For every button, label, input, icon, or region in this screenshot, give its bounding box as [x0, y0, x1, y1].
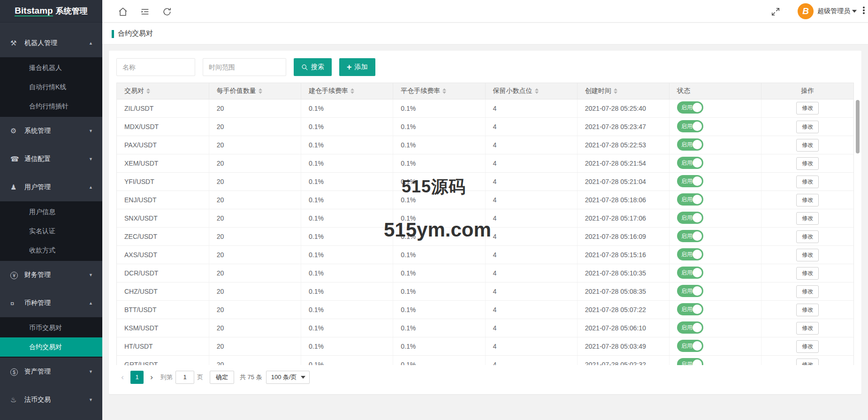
column-header-建仓手续费率[interactable]: 建仓手续费率	[301, 83, 393, 99]
cell-status: 启用	[670, 136, 761, 154]
modify-button[interactable]: 修改	[796, 139, 819, 152]
collapse-menu-icon[interactable]	[140, 7, 150, 17]
sort-icon[interactable]	[614, 88, 617, 94]
search-button[interactable]: 搜索	[294, 58, 332, 76]
modify-button[interactable]: 修改	[796, 285, 819, 298]
status-toggle[interactable]: 启用	[677, 303, 703, 315]
modify-button[interactable]: 修改	[796, 359, 819, 365]
toggle-knob	[693, 122, 702, 131]
next-page-button[interactable]: ›	[145, 371, 158, 384]
modify-button[interactable]: 修改	[796, 194, 819, 206]
sidebar-item-资产管理[interactable]: $资产管理▼	[0, 358, 102, 386]
sidebar-item-系统管理[interactable]: ⚙系统管理▼	[0, 117, 102, 145]
add-button[interactable]: + 添加	[339, 58, 375, 76]
sidebar-item-机器人管理[interactable]: ⚒机器人管理▲	[0, 29, 102, 57]
table-scrollbar[interactable]	[856, 100, 860, 153]
jump-page-input[interactable]	[175, 371, 194, 384]
comm-icon: ☎	[10, 155, 24, 163]
status-toggle[interactable]: 启用	[677, 230, 703, 242]
confirm-button[interactable]: 确定	[210, 371, 234, 384]
status-toggle[interactable]: 启用	[677, 321, 703, 334]
toggle-knob	[693, 103, 702, 112]
refresh-icon[interactable]	[162, 7, 172, 17]
sort-icon[interactable]	[146, 88, 150, 94]
sidebar-item-币种管理[interactable]: ¤币种管理▲	[0, 289, 102, 317]
sort-icon[interactable]	[535, 88, 539, 94]
sidebar-item-财务管理[interactable]: ¥财务管理▼	[0, 261, 102, 289]
status-toggle[interactable]: 启用	[677, 248, 703, 260]
sidebar-item-label: 系统管理	[24, 127, 89, 135]
submenu-用户管理: 用户信息实名认证收款方式	[0, 201, 102, 261]
status-toggle[interactable]: 启用	[677, 267, 703, 279]
table-row: XEM/USDT200.1%0.1%42021-07-28 05:21:54启用…	[117, 154, 853, 173]
status-toggle-label: 启用	[681, 342, 693, 350]
name-filter-input[interactable]	[116, 58, 195, 76]
modify-button[interactable]: 修改	[796, 157, 819, 170]
table-row: CHZ/USDT200.1%0.1%42021-07-28 05:08:35启用…	[117, 283, 853, 301]
modify-button[interactable]: 修改	[796, 212, 819, 225]
sidebar-item-法币交易[interactable]: ♨法币交易▼	[0, 386, 102, 414]
column-header-每手价值数量[interactable]: 每手价值数量	[209, 83, 301, 99]
cell-status: 启用	[670, 209, 761, 228]
modify-button[interactable]: 修改	[796, 304, 819, 316]
content-card: 搜索 + 添加 交易对每手价值数量建仓手续费率平仓手续费率保留小数点位创建时间状…	[109, 51, 861, 394]
page-number-button[interactable]: 1	[130, 371, 144, 384]
sidebar-subitem-合约行情插针[interactable]: 合约行情插针	[0, 97, 102, 116]
status-toggle[interactable]: 启用	[677, 175, 703, 187]
modify-button[interactable]: 修改	[796, 230, 819, 243]
status-toggle[interactable]: 启用	[677, 212, 703, 224]
cell-close-fee: 0.1%	[393, 191, 485, 209]
modify-button[interactable]: 修改	[796, 249, 819, 261]
sort-icon[interactable]	[442, 88, 446, 94]
sort-icon[interactable]	[350, 88, 354, 94]
fullscreen-icon[interactable]	[770, 7, 781, 17]
column-header-平仓手续费率[interactable]: 平仓手续费率	[393, 83, 485, 99]
cell-action: 修改	[761, 99, 853, 118]
status-toggle[interactable]: 启用	[677, 157, 703, 169]
sidebar-item-label: 机器人管理	[24, 39, 89, 47]
chevron-down-icon	[852, 10, 857, 13]
chevron-up-icon: ▲	[89, 41, 93, 46]
modify-button[interactable]: 修改	[796, 176, 819, 188]
time-range-input[interactable]	[203, 58, 286, 76]
status-toggle[interactable]: 启用	[677, 138, 703, 151]
sidebar-subitem-收款方式[interactable]: 收款方式	[0, 241, 102, 260]
sidebar-subitem-合约交易对[interactable]: 合约交易对	[0, 337, 102, 357]
cell-close-fee: 0.1%	[393, 228, 485, 246]
avatar[interactable]: B	[798, 3, 814, 19]
page-title: 合约交易对	[118, 29, 153, 38]
column-header-创建时间[interactable]: 创建时间	[577, 83, 669, 99]
user-menu[interactable]: 超级管理员	[817, 0, 857, 23]
sidebar-subitem-撮合机器人[interactable]: 撮合机器人	[0, 58, 102, 77]
cell-created: 2021-07-28 05:21:04	[577, 173, 669, 191]
sidebar-subitem-实名认证[interactable]: 实名认证	[0, 221, 102, 241]
modify-button[interactable]: 修改	[796, 322, 819, 335]
modify-button[interactable]: 修改	[796, 340, 819, 353]
cell-pair: PAX/USDT	[117, 136, 209, 154]
column-header-交易对[interactable]: 交易对	[117, 83, 209, 99]
home-icon[interactable]	[118, 7, 128, 17]
sort-icon[interactable]	[259, 88, 262, 94]
modify-button[interactable]: 修改	[796, 267, 819, 280]
more-dots-icon[interactable]	[862, 6, 867, 17]
toggle-knob	[693, 213, 702, 222]
sidebar-subitem-自动行情K线[interactable]: 自动行情K线	[0, 77, 102, 97]
modify-button[interactable]: 修改	[796, 102, 819, 115]
cell-per-value: 20	[209, 301, 301, 319]
sidebar-subitem-币币交易对[interactable]: 币币交易对	[0, 318, 102, 337]
status-toggle[interactable]: 启用	[677, 193, 703, 206]
sidebar-subitem-用户信息[interactable]: 用户信息	[0, 202, 102, 221]
sidebar-item-通信配置[interactable]: ☎通信配置▼	[0, 145, 102, 173]
prev-page-button[interactable]: ‹	[116, 371, 129, 384]
column-header-label: 交易对	[124, 87, 144, 94]
status-toggle[interactable]: 启用	[677, 285, 703, 297]
status-toggle[interactable]: 启用	[677, 101, 703, 114]
per-page-select[interactable]: 100 条/页	[266, 371, 310, 384]
modify-button[interactable]: 修改	[796, 121, 819, 133]
status-toggle[interactable]: 启用	[677, 358, 703, 365]
status-toggle[interactable]: 启用	[677, 120, 703, 132]
status-toggle-label: 启用	[681, 177, 693, 185]
column-header-保留小数点位[interactable]: 保留小数点位	[485, 83, 577, 99]
status-toggle[interactable]: 启用	[677, 340, 703, 352]
sidebar-item-用户管理[interactable]: ♟用户管理▲	[0, 173, 102, 201]
